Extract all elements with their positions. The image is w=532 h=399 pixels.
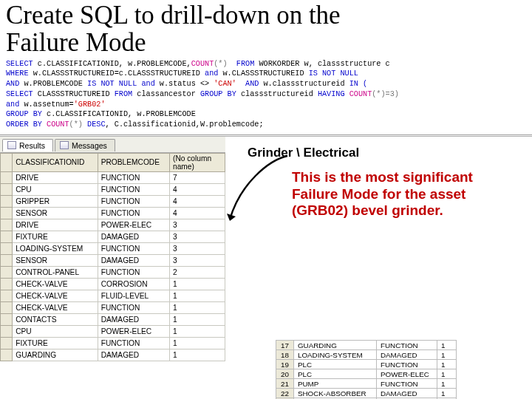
table-row[interactable]: DRIVEFUNCTION7: [1, 171, 225, 183]
cell-count: 2: [169, 266, 225, 278]
table-row[interactable]: FIXTUREFUNCTION1: [1, 337, 225, 349]
tab-results[interactable]: Results: [2, 139, 53, 151]
cell-problemcode: DAMAGED: [377, 350, 437, 360]
row-selector[interactable]: [1, 195, 13, 207]
table-row[interactable]: 20PLCPOWER-ELEC1: [276, 369, 457, 379]
row-selector[interactable]: [1, 290, 13, 301]
results-grid[interactable]: CLASSIFICATIONID PROBLEMCODE (No column …: [0, 153, 225, 361]
table-row[interactable]: CPUPOWER-ELEC1: [1, 325, 225, 337]
row-selector[interactable]: [1, 254, 13, 266]
table-row[interactable]: GUARDINGDAMAGED1: [1, 349, 225, 361]
cell-count: 4: [169, 195, 225, 207]
row-selector[interactable]: [1, 349, 13, 361]
table-row[interactable]: CHECK-VALVECORROSION1: [1, 278, 225, 290]
table-row[interactable]: 18LOADING-SYSTEMDAMAGED1: [276, 350, 457, 360]
row-number: 17: [276, 341, 294, 350]
slide-title: Create SQL to drill-down on the Failure …: [0, 0, 532, 57]
row-selector[interactable]: [1, 337, 13, 349]
table-row[interactable]: FIXTUREDAMAGED3: [1, 231, 225, 242]
messages-icon: [60, 141, 69, 149]
cell-problemcode: FUNCTION: [377, 379, 437, 389]
tab-results-label: Results: [19, 141, 45, 150]
cell-count: 7: [169, 171, 225, 183]
cell-classification: FIXTURE: [13, 231, 98, 242]
cell-count: 3: [169, 242, 225, 254]
cell-problemcode: FUNCTION: [98, 266, 169, 278]
grid-icon: [7, 141, 16, 149]
tab-messages-label: Messages: [72, 141, 107, 150]
cell-count: 4: [169, 183, 225, 195]
row-number: 22: [276, 389, 294, 398]
cell-classification: GUARDING: [294, 341, 377, 350]
table-row[interactable]: CHECK-VALVEFLUID-LEVEL1: [1, 290, 225, 301]
row-selector[interactable]: [1, 266, 13, 278]
table-row[interactable]: LOADING-SYSTEMFUNCTION3: [1, 242, 225, 254]
row-selector[interactable]: [1, 183, 13, 195]
cell-problemcode: POWER-ELEC: [377, 369, 437, 379]
cell-classification: LOADING-SYSTEM: [13, 242, 98, 254]
table-row[interactable]: CONTACTSDAMAGED1: [1, 313, 225, 325]
row-number: 19: [276, 360, 294, 369]
cell-classification: PLC: [294, 369, 377, 379]
cell-classification: PLC: [294, 360, 377, 369]
table-row[interactable]: 19PLCFUNCTION1: [276, 360, 457, 369]
table-row[interactable]: DRIVEPOWER-ELEC3: [1, 219, 225, 231]
cell-classification: CHECK-VALVE: [13, 301, 98, 313]
row-selector[interactable]: [1, 242, 13, 254]
cell-count: 1: [437, 389, 457, 398]
tab-messages[interactable]: Messages: [55, 139, 115, 151]
cell-problemcode: FUNCTION: [98, 171, 169, 183]
cell-classification: GRIPPER: [13, 195, 98, 207]
col-header-classification[interactable]: CLASSIFICATIONID: [13, 153, 98, 171]
cell-classification: DRIVE: [13, 219, 98, 231]
row-selector[interactable]: [1, 171, 13, 183]
col-header-count[interactable]: (No column name): [169, 153, 225, 171]
cell-classification: CONTROL-PANEL: [13, 266, 98, 278]
cell-problemcode: FUNCTION: [98, 183, 169, 195]
cell-classification: LOADING-SYSTEM: [294, 350, 377, 360]
row-selector[interactable]: [1, 219, 13, 231]
cell-problemcode: FUNCTION: [377, 360, 437, 369]
table-row[interactable]: GRIPPERFUNCTION4: [1, 195, 225, 207]
sql-editor[interactable]: SELECT c.CLASSIFICATIONID, w.PROBLEMCODE…: [0, 57, 532, 135]
row-selector[interactable]: [1, 278, 13, 290]
cell-problemcode: FLUID-LEVEL: [98, 290, 169, 301]
cell-classification: CPU: [13, 325, 98, 337]
table-row[interactable]: CHECK-VALVEFUNCTION1: [1, 301, 225, 313]
row-selector[interactable]: [1, 325, 13, 337]
row-selector[interactable]: [1, 301, 13, 313]
cell-problemcode: POWER-ELEC: [98, 325, 169, 337]
row-header-corner: [1, 153, 13, 171]
col-header-problemcode[interactable]: PROBLEMCODE: [98, 153, 169, 171]
table-row[interactable]: CONTROL-PANELFUNCTION2: [1, 266, 225, 278]
cell-classification: CHECK-VALVE: [13, 290, 98, 301]
cell-classification: PUMP: [294, 379, 377, 389]
row-selector[interactable]: [1, 313, 13, 325]
cell-problemcode: DAMAGED: [98, 313, 169, 325]
arrow-annotation: [224, 147, 295, 250]
cell-count: 1: [169, 301, 225, 313]
table-row[interactable]: 21PUMPFUNCTION1: [276, 379, 457, 389]
row-selector[interactable]: [1, 207, 13, 219]
results-grid-continued[interactable]: 17GUARDINGFUNCTION118LOADING-SYSTEMDAMAG…: [276, 340, 457, 399]
cell-count: 1: [169, 349, 225, 361]
row-number: 18: [276, 350, 294, 360]
cell-problemcode: POWER-ELEC: [98, 219, 169, 231]
cell-count: 4: [169, 207, 225, 219]
cell-count: 1: [437, 341, 457, 350]
cell-count: 1: [437, 379, 457, 389]
table-row[interactable]: 17GUARDINGFUNCTION1: [276, 341, 457, 350]
cell-count: 3: [169, 254, 225, 266]
table-row[interactable]: SENSORFUNCTION4: [1, 207, 225, 219]
table-row[interactable]: CPUFUNCTION4: [1, 183, 225, 195]
cell-classification: CPU: [13, 183, 98, 195]
table-row[interactable]: SENSORDAMAGED3: [1, 254, 225, 266]
cell-count: 1: [169, 337, 225, 349]
cell-classification: DRIVE: [13, 171, 98, 183]
cell-problemcode: DAMAGED: [98, 349, 169, 361]
results-tab-bar: Results Messages: [0, 137, 225, 153]
cell-problemcode: DAMAGED: [377, 389, 437, 398]
cell-count: 1: [437, 350, 457, 360]
table-row[interactable]: 22SHOCK-ABSORBERDAMAGED1: [276, 389, 457, 398]
row-selector[interactable]: [1, 231, 13, 242]
